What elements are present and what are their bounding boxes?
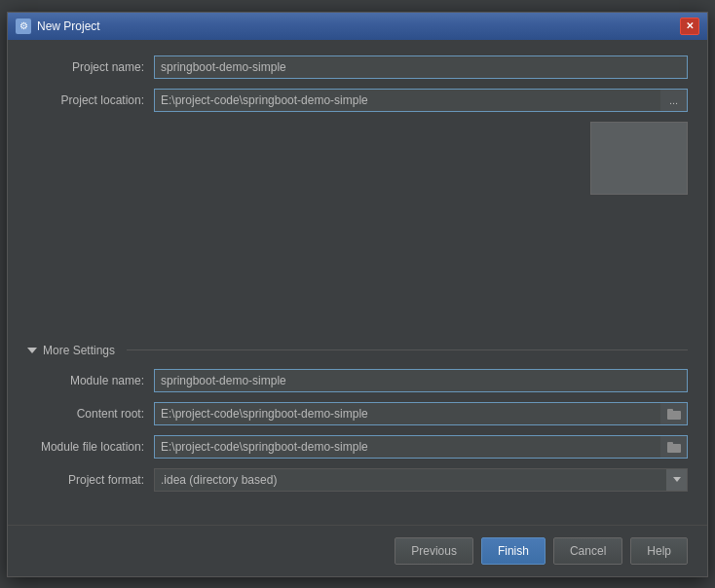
module-name-row: Module name: <box>27 369 688 392</box>
more-settings-toggle[interactable]: More Settings <box>27 344 688 357</box>
new-project-window: ⚙ New Project ✕ Project name: Project lo… <box>7 12 708 577</box>
module-file-location-browse-button[interactable] <box>660 435 688 459</box>
main-content: Project name: Project location: ... More… <box>8 40 707 517</box>
titlebar-left: ⚙ New Project <box>16 18 100 34</box>
project-location-label: Project location: <box>27 93 154 107</box>
content-root-row: Content root: <box>27 402 688 425</box>
project-location-browse-button[interactable]: ... <box>660 89 688 112</box>
close-button[interactable]: ✕ <box>680 18 699 35</box>
thumbnail-preview <box>590 122 688 195</box>
project-location-input[interactable] <box>154 89 660 112</box>
window-icon: ⚙ <box>16 18 31 34</box>
project-format-row: Project format: .idea (directory based) … <box>27 468 688 492</box>
project-format-label: Project format: <box>27 473 154 487</box>
chevron-down-icon <box>27 348 37 353</box>
more-settings-section: More Settings Module name: Content root: <box>27 344 688 492</box>
project-name-input[interactable] <box>154 55 688 79</box>
spacer-area <box>27 122 688 336</box>
previous-button[interactable]: Previous <box>395 537 473 565</box>
module-name-label: Module name: <box>27 374 154 387</box>
module-file-location-row: Module file location: <box>27 435 688 459</box>
project-format-select[interactable]: .idea (directory based) Eclipse (.classp… <box>154 468 688 492</box>
content-root-input[interactable] <box>154 402 660 425</box>
window-title: New Project <box>37 19 100 33</box>
module-file-location-input-group <box>154 435 688 459</box>
module-file-location-label: Module file location: <box>27 440 154 454</box>
project-name-row: Project name: <box>27 55 688 79</box>
footer: Previous Finish Cancel Help <box>8 525 707 576</box>
project-location-input-group: ... <box>154 89 688 112</box>
cancel-button[interactable]: Cancel <box>553 537 622 565</box>
content-root-browse-button[interactable] <box>660 402 688 425</box>
finish-button[interactable]: Finish <box>481 537 546 565</box>
module-name-input[interactable] <box>154 369 688 392</box>
content-root-input-group <box>154 402 688 425</box>
content-root-label: Content root: <box>27 407 154 421</box>
more-settings-label: More Settings <box>43 344 115 357</box>
titlebar: ⚙ New Project ✕ <box>8 13 707 40</box>
project-name-label: Project name: <box>27 60 154 74</box>
module-file-location-input[interactable] <box>154 435 660 459</box>
project-location-row: Project location: ... <box>27 89 688 112</box>
svg-rect-1 <box>667 409 673 413</box>
help-button[interactable]: Help <box>630 537 688 565</box>
project-format-select-wrapper: .idea (directory based) Eclipse (.classp… <box>154 468 688 492</box>
section-divider <box>127 349 688 350</box>
svg-rect-3 <box>667 442 673 446</box>
